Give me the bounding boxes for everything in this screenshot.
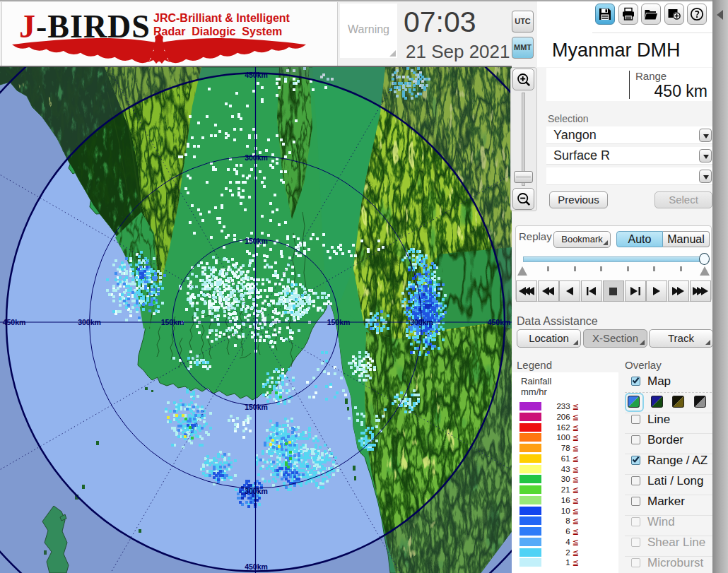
svg-text:300km: 300km bbox=[245, 487, 268, 495]
svg-text:150km: 150km bbox=[245, 237, 268, 245]
svg-text:150km: 150km bbox=[161, 318, 184, 326]
svg-text:150km: 150km bbox=[327, 318, 351, 326]
svg-text:300km: 300km bbox=[78, 318, 101, 326]
svg-text:450km: 450km bbox=[488, 318, 511, 326]
svg-text:300km: 300km bbox=[410, 318, 433, 326]
svg-text:450km: 450km bbox=[245, 71, 268, 79]
svg-text:450km: 450km bbox=[3, 318, 26, 326]
svg-text:300km: 300km bbox=[245, 153, 268, 162]
svg-text:450km: 450km bbox=[245, 562, 268, 571]
svg-text:150km: 150km bbox=[245, 403, 268, 411]
